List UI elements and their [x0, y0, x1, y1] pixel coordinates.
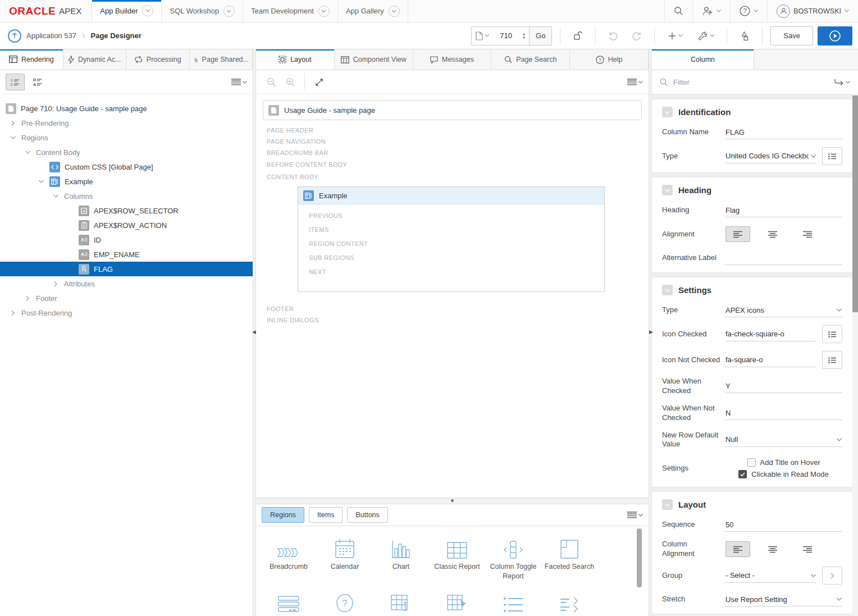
gallery-splitter[interactable]: ▼: [256, 498, 649, 504]
icon-not-checked-input[interactable]: fa-square-o: [725, 353, 816, 367]
tree-item-row-action[interactable]: APEX$ROW_ACTION: [0, 218, 253, 232]
icon-not-checked-picker-button[interactable]: [822, 351, 842, 369]
collapse-group-icon[interactable]: [662, 185, 673, 195]
gallery-tab-regions[interactable]: Regions: [262, 507, 304, 523]
chevron-down-icon[interactable]: [389, 6, 400, 17]
redo-button[interactable]: [627, 26, 646, 45]
tab-component-view[interactable]: Component View: [335, 49, 413, 70]
nav-tab-team-development[interactable]: Team Development: [243, 0, 338, 22]
breadcrumb-application[interactable]: Application 537: [26, 31, 76, 40]
user-menu-button[interactable]: BOSTROWSKI: [767, 0, 858, 22]
stretch-select[interactable]: Use Report Setting: [725, 592, 842, 606]
checkbox-clickable-in-read-mode[interactable]: Clickable in Read Mode: [738, 470, 828, 478]
chevron-right-icon[interactable]: [52, 281, 60, 286]
align-right-button[interactable]: [795, 226, 820, 242]
tab-messages[interactable]: Messages: [413, 49, 492, 70]
global-search-button[interactable]: [664, 0, 692, 22]
utilities-menu-button[interactable]: [693, 26, 719, 45]
tab-dynamic-actions[interactable]: Dynamic Ac...: [63, 49, 127, 70]
nav-tab-app-gallery[interactable]: App Gallery: [338, 0, 408, 22]
chevron-down-icon[interactable]: [318, 6, 330, 17]
collapse-group-icon[interactable]: [662, 285, 673, 295]
tree-item-emp-ename[interactable]: A EMP_ENAME: [0, 247, 253, 262]
zoom-in-button[interactable]: [281, 74, 300, 90]
gallery-item-classic-report[interactable]: Classic Report: [429, 533, 485, 587]
gallery-item-interactive-report[interactable]: Interactive Report: [429, 587, 485, 616]
tree-item-example-region[interactable]: Example: [0, 174, 253, 189]
nav-tab-app-builder[interactable]: App Builder: [92, 0, 162, 22]
icon-checked-picker-button[interactable]: [822, 325, 842, 343]
gallery-item-breadcrumb[interactable]: Breadcrumb: [261, 533, 317, 587]
chevron-right-icon[interactable]: [9, 121, 17, 126]
tree-item-post-rendering[interactable]: Post-Rendering: [0, 305, 253, 320]
shared-components-button[interactable]: [735, 26, 754, 45]
tab-layout[interactable]: Layout: [256, 49, 335, 70]
expand-layout-button[interactable]: [309, 74, 328, 90]
tab-rendering[interactable]: Rendering: [0, 49, 63, 70]
tree-item-page[interactable]: Page 710: Usage Guide - sample page: [0, 101, 253, 116]
tree-item-custom-css[interactable]: Custom CSS [Global Page]: [0, 159, 253, 174]
gallery-tab-buttons[interactable]: Buttons: [347, 507, 387, 523]
collapse-group-icon[interactable]: [662, 107, 673, 117]
page-number-stepper[interactable]: ▲▼: [519, 27, 529, 45]
go-button[interactable]: Go: [529, 27, 551, 45]
type-quickpick-button[interactable]: [822, 147, 842, 165]
chevron-down-icon[interactable]: [52, 194, 60, 198]
col-align-right-button[interactable]: [795, 541, 820, 557]
gallery-item-chart[interactable]: Chart: [373, 533, 429, 587]
collapse-left-icon[interactable]: ◀: [252, 329, 256, 335]
up-level-icon[interactable]: [8, 29, 21, 43]
tree-item-attributes[interactable]: Attributes: [0, 276, 253, 291]
tree-order-toggle[interactable]: 12: [6, 74, 25, 90]
property-scrollbar-track[interactable]: [852, 94, 858, 616]
gallery-item-column-toggle-report[interactable]: Column Toggle Report: [485, 533, 541, 587]
collapse-group-icon[interactable]: [662, 499, 673, 510]
nav-tab-sql-workshop[interactable]: SQL Workshop: [162, 0, 243, 22]
chevron-down-icon[interactable]: [37, 180, 45, 183]
zoom-out-button[interactable]: [262, 74, 281, 90]
help-menu-button[interactable]: ?: [730, 0, 767, 22]
group-select[interactable]: - Select -: [725, 569, 816, 583]
go-to-group-button[interactable]: [834, 79, 850, 85]
tab-help[interactable]: ? Help: [570, 49, 649, 70]
property-filter-input[interactable]: [673, 78, 829, 86]
align-left-button[interactable]: [725, 226, 750, 242]
gallery-item-calendar[interactable]: Calendar: [317, 533, 373, 587]
tab-processing[interactable]: Processing: [126, 49, 190, 70]
tree-item-columns[interactable]: Columns: [0, 189, 253, 203]
tree-item-pre-rendering[interactable]: Pre-Rendering: [0, 116, 253, 130]
alternative-label-input[interactable]: [725, 251, 842, 265]
tab-column[interactable]: Column: [652, 49, 754, 70]
gallery-item-list[interactable]: List: [485, 587, 541, 616]
chevron-right-icon[interactable]: [9, 311, 17, 316]
chevron-down-icon[interactable]: [223, 6, 235, 17]
chevron-down-icon[interactable]: [142, 5, 153, 16]
property-scrollbar-thumb[interactable]: [852, 95, 858, 312]
value-when-checked-input[interactable]: Y: [725, 379, 842, 393]
gallery-scrollbar-thumb[interactable]: [637, 528, 642, 587]
value-when-not-checked-input[interactable]: N: [725, 406, 842, 420]
tree-item-flag-selected[interactable]: FLAG: [0, 262, 253, 276]
gallery-tab-items[interactable]: Items: [309, 507, 343, 523]
tab-page-search[interactable]: Page Search: [491, 49, 570, 70]
collapse-down-icon[interactable]: ▼: [450, 498, 455, 504]
heading-input[interactable]: Flag: [725, 203, 842, 217]
page-number-input[interactable]: [493, 27, 519, 45]
gallery-item-list-view[interactable]: List View: [541, 587, 597, 616]
settings-type-select[interactable]: APEX icons: [725, 303, 842, 317]
tree-item-footer[interactable]: Footer: [0, 291, 253, 305]
canvas-region-header[interactable]: Example: [298, 187, 604, 204]
checkbox-checked-icon[interactable]: [738, 470, 747, 478]
col-align-center-button[interactable]: [760, 541, 785, 557]
layout-menu-button[interactable]: [627, 79, 643, 85]
new-row-default-select[interactable]: Null: [725, 433, 842, 447]
chevron-down-icon[interactable]: [24, 150, 31, 154]
type-select[interactable]: United Codes IG Checkbox [Pl: [725, 149, 816, 163]
tab-page-shared-components[interactable]: Page Shared...: [190, 49, 253, 70]
gallery-item-help-text[interactable]: ? Help Text: [317, 587, 373, 616]
checkbox-unchecked-icon[interactable]: [747, 458, 756, 467]
lock-page-button[interactable]: [568, 26, 587, 45]
chevron-down-icon[interactable]: [9, 136, 17, 139]
gallery-item-interactive-grid[interactable]: Interactive Grid: [373, 587, 429, 616]
checkbox-add-title-on-hover[interactable]: Add Title on Hover: [747, 458, 820, 467]
